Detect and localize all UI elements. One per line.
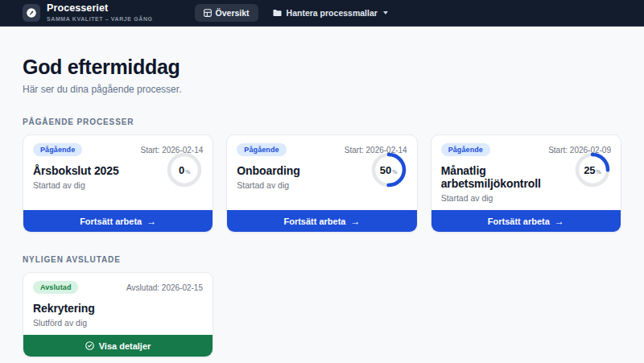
status-badge: Pågående xyxy=(237,143,286,156)
process-card-body: Pågående Start: 2026-02-14 Onboarding St… xyxy=(227,135,416,210)
progress-percent: 25 xyxy=(584,164,595,176)
progress-percent: 50 xyxy=(380,164,391,176)
process-title: Årsbokslut 2025 xyxy=(33,164,162,177)
progress-percent-unit: % xyxy=(597,169,601,175)
continue-work-label: Fortsätt arbeta xyxy=(283,217,345,226)
completed-section-heading: NYLIGEN AVSLUTADE xyxy=(23,255,621,264)
app-tagline: SAMMA KVALITET – VARJE GÅNG xyxy=(47,16,153,23)
process-owner: Startad av dig xyxy=(441,193,611,203)
completed-cards-row: Avslutad Avslutad: 2026-02-15 Rekryterin… xyxy=(23,272,621,357)
process-card: Pågående Start: 2026-02-14 Årsbokslut 20… xyxy=(23,134,213,233)
top-nav: Översikt Hantera processmallar xyxy=(195,4,394,22)
app-name: Processeriet xyxy=(47,3,153,14)
process-title: Onboarding xyxy=(237,164,365,177)
ongoing-section-heading: PÅGÅENDE PROCESSER xyxy=(23,118,621,126)
page-subtitle: Här ser du dina pågående processer. xyxy=(23,84,621,95)
overview-icon xyxy=(204,9,212,17)
progress-percent-unit: % xyxy=(392,169,397,175)
nav-overview-label: Översikt xyxy=(216,8,250,18)
process-card-body: Avslutad Avslutad: 2026-02-15 Rekryterin… xyxy=(23,273,213,335)
nav-templates-label: Hantera processmallar xyxy=(287,8,378,18)
process-card: Pågående Start: 2026-02-14 Onboarding St… xyxy=(226,134,417,233)
app-header: Processeriet SAMMA KVALITET – VARJE GÅNG… xyxy=(0,0,644,27)
continue-work-label: Fortsätt arbeta xyxy=(80,217,142,226)
process-card-body: Pågående Start: 2026-02-09 Månatlig arbe… xyxy=(431,135,621,210)
arrow-right-icon: → xyxy=(147,217,156,226)
process-title: Rekrytering xyxy=(33,302,162,315)
view-details-button[interactable]: Visa detaljer xyxy=(23,335,213,357)
process-card-body: Pågående Start: 2026-02-14 Årsbokslut 20… xyxy=(23,135,213,210)
progress-ring: 0 % xyxy=(166,151,203,188)
status-badge: Avslutad xyxy=(33,281,78,294)
main-content: God eftermiddag Här ser du dina pågående… xyxy=(0,56,644,357)
process-owner: Slutförd av dig xyxy=(33,318,203,328)
completed-process-card: Avslutad Avslutad: 2026-02-15 Rekryterin… xyxy=(23,272,213,357)
folder-icon xyxy=(273,9,282,17)
progress-ring: 50 % xyxy=(370,151,407,188)
process-title: Månatlig arbetsmiljökontroll xyxy=(441,164,570,190)
nav-overview-button[interactable]: Översikt xyxy=(195,4,258,22)
arrow-right-icon: → xyxy=(351,217,361,226)
continue-work-label: Fortsätt arbeta xyxy=(488,217,550,226)
progress-ring: 25 % xyxy=(574,151,611,188)
nav-templates-dropdown[interactable]: Hantera processmallar xyxy=(266,4,394,22)
view-details-label: Visa detaljer xyxy=(99,341,151,351)
completed-date: Avslutad: 2026-02-15 xyxy=(126,283,203,292)
ongoing-cards-row: Pågående Start: 2026-02-14 Årsbokslut 20… xyxy=(23,134,621,233)
app-logo-icon xyxy=(23,4,40,22)
arrow-right-icon: → xyxy=(555,217,564,226)
app-brand[interactable]: Processeriet SAMMA KVALITET – VARJE GÅNG xyxy=(23,3,153,22)
continue-work-button[interactable]: Fortsätt arbeta → xyxy=(23,210,213,232)
progress-percent-unit: % xyxy=(185,169,190,175)
page-title: God eftermiddag xyxy=(23,56,621,79)
process-card: Pågående Start: 2026-02-09 Månatlig arbe… xyxy=(431,134,621,233)
status-badge: Pågående xyxy=(441,143,490,156)
continue-work-button[interactable]: Fortsätt arbeta → xyxy=(431,210,621,232)
progress-percent: 0 xyxy=(179,164,184,176)
chevron-down-icon xyxy=(383,11,388,14)
check-circle-icon xyxy=(85,341,94,350)
continue-work-button[interactable]: Fortsätt arbeta → xyxy=(227,210,416,232)
status-badge: Pågående xyxy=(33,143,82,156)
